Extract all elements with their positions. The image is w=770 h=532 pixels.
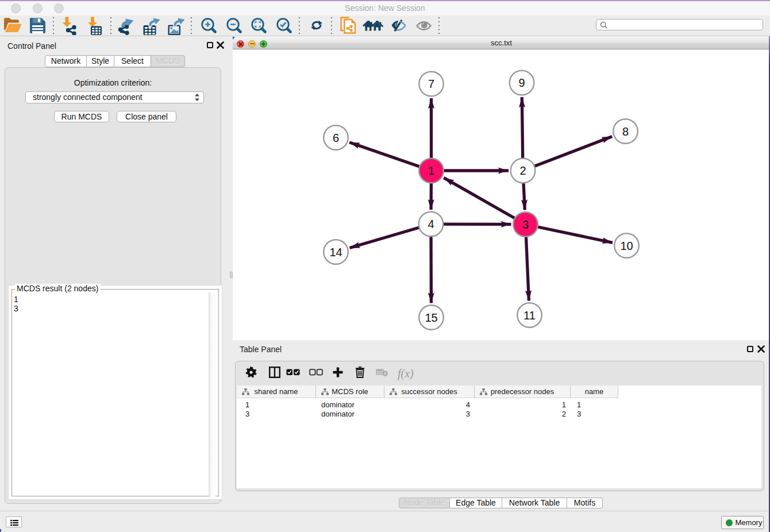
svg-text:4: 4 [428, 218, 434, 230]
svg-text:7: 7 [428, 78, 434, 90]
svg-text:15: 15 [425, 311, 437, 324]
svg-text:6: 6 [333, 132, 339, 144]
svg-text:11: 11 [523, 309, 536, 322]
svg-text:14: 14 [329, 246, 342, 259]
svg-text:3: 3 [522, 218, 529, 231]
svg-text:1: 1 [428, 164, 434, 177]
svg-text:8: 8 [622, 125, 629, 138]
svg-text:2: 2 [519, 164, 526, 177]
svg-text:10: 10 [620, 240, 633, 252]
svg-text:9: 9 [518, 76, 525, 89]
